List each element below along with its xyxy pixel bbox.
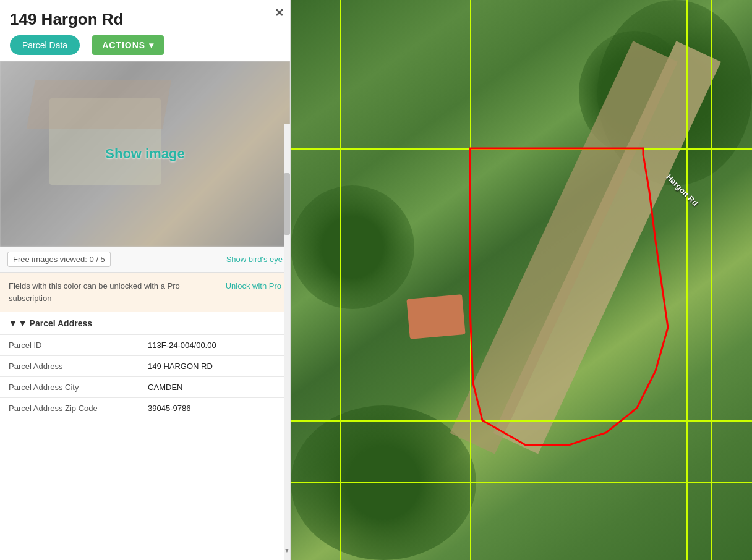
section-parcel-address-header[interactable]: ▼ ▼ Parcel Address — [0, 312, 290, 334]
table-row: Parcel Address City CAMDEN — [0, 377, 290, 398]
close-button[interactable]: ✕ — [275, 6, 284, 20]
left-panel: ✕ 149 Hargon Rd Parcel Data ACTIONS ▾ Sh… — [0, 0, 291, 560]
table-row: Parcel Address Zip Code 39045-9786 — [0, 398, 290, 419]
building-shape — [406, 294, 465, 339]
grid-line-h1 — [291, 148, 752, 150]
image-footer: Free images viewed: 0 / 5 Show bird's ey… — [0, 247, 290, 273]
scrollbar-thumb[interactable] — [284, 173, 290, 235]
free-images-count: Free images viewed: 0 / 5 — [7, 252, 111, 267]
scroll-down-arrow[interactable]: ▼ — [284, 547, 290, 554]
field-label: Parcel Address City — [0, 377, 139, 398]
section-arrow-icon: ▼ — [9, 318, 17, 328]
show-image-button[interactable]: Show image — [105, 146, 184, 162]
grid-line-v3 — [686, 0, 688, 560]
field-label: Parcel ID — [0, 335, 139, 356]
grid-line-h2 — [291, 420, 752, 422]
actions-arrow-icon: ▾ — [149, 40, 154, 50]
grid-line-h3 — [291, 482, 752, 483]
field-value: 113F-24-004/00.00 — [139, 335, 290, 356]
field-label: Parcel Address Zip Code — [0, 398, 139, 419]
section-label: ▼ Parcel Address — [19, 318, 92, 328]
field-label: Parcel Address — [0, 356, 139, 377]
parcel-data-button[interactable]: Parcel Data — [10, 35, 80, 55]
property-image-container: Show image — [0, 61, 290, 247]
data-section: ▼ ▼ Parcel Address Parcel ID 113F-24-004… — [0, 312, 290, 560]
header-buttons: Parcel Data ACTIONS ▾ — [10, 35, 280, 55]
actions-button[interactable]: ACTIONS ▾ — [92, 35, 164, 55]
scrollbar-track: ▼ — [284, 124, 290, 560]
field-value: CAMDEN — [139, 377, 290, 398]
birds-eye-button[interactable]: Show bird's eye — [226, 255, 283, 264]
actions-label: ACTIONS — [102, 40, 145, 50]
table-row: Parcel Address 149 HARGON RD — [0, 356, 290, 377]
pro-notice-banner: Fields with this color can be unlocked w… — [0, 273, 290, 312]
map-background — [291, 0, 752, 560]
parcel-address-table: Parcel ID 113F-24-004/00.00 Parcel Addre… — [0, 334, 290, 418]
grid-line-v1 — [340, 0, 341, 560]
field-value: 149 HARGON RD — [139, 356, 290, 377]
page-title: 149 Hargon Rd — [10, 10, 280, 29]
image-roof-shape — [27, 80, 171, 129]
tree-cluster-4 — [291, 185, 414, 309]
unlock-pro-button[interactable]: Unlock with Pro — [226, 280, 281, 291]
field-value: 39045-9786 — [139, 398, 290, 419]
map-container[interactable]: Hargon Rd — [291, 0, 752, 560]
grid-line-v2 — [470, 0, 471, 560]
grid-line-v4 — [711, 0, 712, 560]
panel-header: 149 Hargon Rd Parcel Data ACTIONS ▾ — [0, 0, 290, 61]
pro-notice-text: Fields with this color can be unlocked w… — [9, 280, 218, 304]
table-row: Parcel ID 113F-24-004/00.00 — [0, 335, 290, 356]
